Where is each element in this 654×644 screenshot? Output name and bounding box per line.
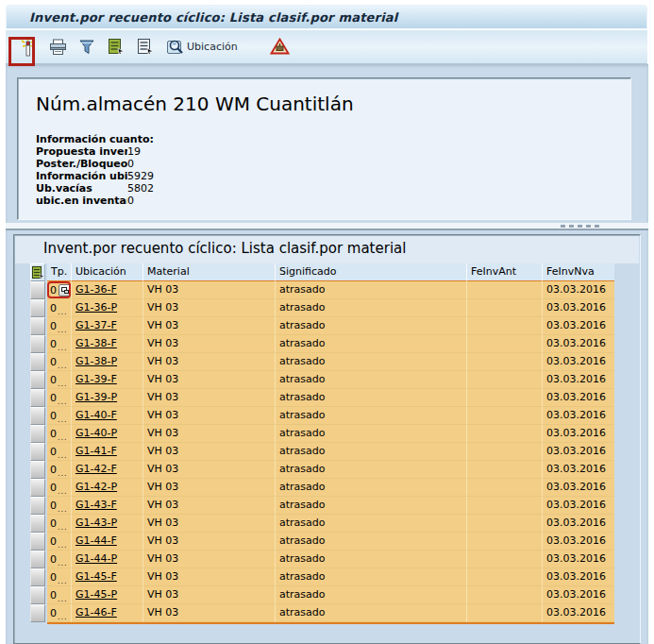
row-select-button[interactable] xyxy=(30,425,45,443)
row-select-button[interactable] xyxy=(30,568,45,586)
cell-ubicacion[interactable]: G1-43-F xyxy=(72,497,143,515)
col-header-feinvnva[interactable]: FeInvNva xyxy=(543,263,614,281)
cell-feinvant xyxy=(467,604,543,622)
detail-view-button[interactable] xyxy=(106,36,126,59)
cell-tp[interactable]: 0... xyxy=(47,604,72,622)
row-select-button[interactable] xyxy=(30,389,45,407)
info-field-value: 0 xyxy=(127,195,134,207)
cell-feinvant xyxy=(467,586,543,604)
cell-tp[interactable]: 0... xyxy=(47,407,72,425)
print-button[interactable] xyxy=(47,36,68,59)
sort-button[interactable] xyxy=(76,36,97,59)
cell-tp[interactable]: 0... xyxy=(47,551,72,568)
cell-ubicacion[interactable]: G1-46-F xyxy=(72,604,143,622)
cell-feinvnva: 03.03.2016 xyxy=(543,533,614,551)
row-select-button[interactable] xyxy=(30,407,45,425)
cell-tp[interactable]: 0 xyxy=(47,281,72,299)
cell-material: VH 03 xyxy=(143,389,276,407)
cell-tp[interactable]: 0... xyxy=(47,568,72,586)
splitter-grip-icon[interactable] xyxy=(561,225,599,228)
cell-significado: atrasado xyxy=(276,551,467,568)
table-row: 0... G1-41-F VH 03 atrasado 03.03.2016 xyxy=(30,443,614,461)
cell-tp[interactable]: 0... xyxy=(47,317,72,335)
cell-ubicacion[interactable]: G1-38-P xyxy=(72,353,143,371)
cell-ubicacion[interactable]: G1-39-F xyxy=(72,371,143,389)
row-select-button[interactable] xyxy=(30,533,45,551)
cell-ubicacion[interactable]: G1-38-F xyxy=(72,335,143,353)
cell-significado: atrasado xyxy=(276,317,467,335)
row-select-button[interactable] xyxy=(30,299,45,317)
cell-feinvnva: 03.03.2016 xyxy=(543,353,614,371)
cell-ubicacion[interactable]: G1-40-F xyxy=(72,407,143,425)
cell-ubicacion[interactable]: G1-41-F xyxy=(72,443,143,461)
cell-ubicacion[interactable]: G1-39-P xyxy=(72,389,143,407)
row-select-button[interactable] xyxy=(30,586,45,604)
cell-tp[interactable]: 0... xyxy=(47,497,72,515)
row-select-button[interactable] xyxy=(30,443,45,461)
table-row: 0... G1-43-F VH 03 atrasado 03.03.2016 xyxy=(30,497,614,515)
cell-feinvnva: 03.03.2016 xyxy=(543,299,614,317)
cell-ubicacion[interactable]: G1-42-P xyxy=(72,479,143,497)
cell-material: VH 03 xyxy=(143,604,276,622)
cell-ubicacion[interactable]: G1-40-P xyxy=(72,425,143,443)
cell-tp[interactable]: 0... xyxy=(47,389,72,407)
alarm-button[interactable] xyxy=(270,36,291,59)
row-select-button[interactable] xyxy=(30,604,45,622)
cell-tp[interactable]: 0... xyxy=(47,443,72,461)
table-row: 0... G1-42-P VH 03 atrasado 03.03.2016 xyxy=(30,479,614,497)
location-button[interactable]: Ubicación xyxy=(164,36,240,59)
cell-material: VH 03 xyxy=(143,281,276,299)
cell-material: VH 03 xyxy=(143,586,276,604)
cell-ubicacion[interactable]: G1-43-P xyxy=(72,515,143,533)
cell-ubicacion[interactable]: G1-37-F xyxy=(72,317,143,335)
cell-ubicacion[interactable]: G1-36-P xyxy=(72,299,143,317)
cell-tp[interactable]: 0... xyxy=(47,425,72,443)
cell-tp[interactable]: 0... xyxy=(47,299,72,317)
col-header-feinvant[interactable]: FeInvAnt xyxy=(467,263,543,281)
cell-ubicacion[interactable]: G1-45-F xyxy=(72,568,143,586)
cell-tp[interactable]: 0... xyxy=(47,461,72,479)
cell-ubicacion[interactable]: G1-44-F xyxy=(72,533,143,551)
row-select-button[interactable] xyxy=(30,317,45,335)
cell-significado: atrasado xyxy=(276,425,467,443)
cell-feinvnva: 03.03.2016 xyxy=(543,335,614,353)
cell-tp[interactable]: 0... xyxy=(47,335,72,353)
cell-tp[interactable]: 0... xyxy=(47,479,72,497)
cell-material: VH 03 xyxy=(143,551,276,568)
cell-significado: atrasado xyxy=(276,586,467,604)
cell-tp[interactable]: 0... xyxy=(47,515,72,533)
row-select-button[interactable] xyxy=(30,353,45,371)
cell-ubicacion[interactable]: G1-44-P xyxy=(72,551,143,568)
cell-tp[interactable]: 0... xyxy=(47,353,72,371)
row-select-button[interactable] xyxy=(30,461,45,479)
row-select-button[interactable] xyxy=(30,551,45,568)
col-header-ubicacion[interactable]: Ubicación xyxy=(72,263,143,281)
col-header-significado[interactable]: Significado xyxy=(276,263,467,281)
cell-material: VH 03 xyxy=(143,407,276,425)
col-header-tp[interactable]: Tp. xyxy=(47,263,72,281)
cell-ubicacion[interactable]: G1-45-P xyxy=(72,586,143,604)
cell-material: VH 03 xyxy=(143,533,276,551)
panel-splitter[interactable] xyxy=(6,223,648,230)
list-view-button[interactable] xyxy=(135,36,156,59)
cell-feinvant xyxy=(467,407,543,425)
cell-tp[interactable]: 0... xyxy=(47,533,72,551)
cell-ubicacion[interactable]: G1-36-F xyxy=(72,281,143,299)
row-select-button[interactable] xyxy=(30,497,45,515)
row-select-button[interactable] xyxy=(30,515,45,533)
cell-tp[interactable]: 0... xyxy=(47,586,72,604)
page-title: Invent.por recuento cíclico: Lista clasi… xyxy=(29,10,397,25)
table-config-button[interactable] xyxy=(30,263,45,281)
cell-ubicacion[interactable]: G1-42-F xyxy=(72,461,143,479)
popup-window-icon[interactable] xyxy=(59,284,71,297)
cell-significado: atrasado xyxy=(276,479,467,497)
row-select-button[interactable] xyxy=(30,281,45,299)
cell-tp[interactable]: 0... xyxy=(47,371,72,389)
choose-detail-button[interactable] xyxy=(18,36,39,59)
row-select-button[interactable] xyxy=(30,479,45,497)
row-select-button[interactable] xyxy=(30,371,45,389)
row-select-button[interactable] xyxy=(30,335,45,353)
info-field-label: Poster./Bloqueo xyxy=(36,158,127,170)
truncation-dots: ... xyxy=(58,523,68,532)
col-header-material[interactable]: Material xyxy=(143,263,276,281)
